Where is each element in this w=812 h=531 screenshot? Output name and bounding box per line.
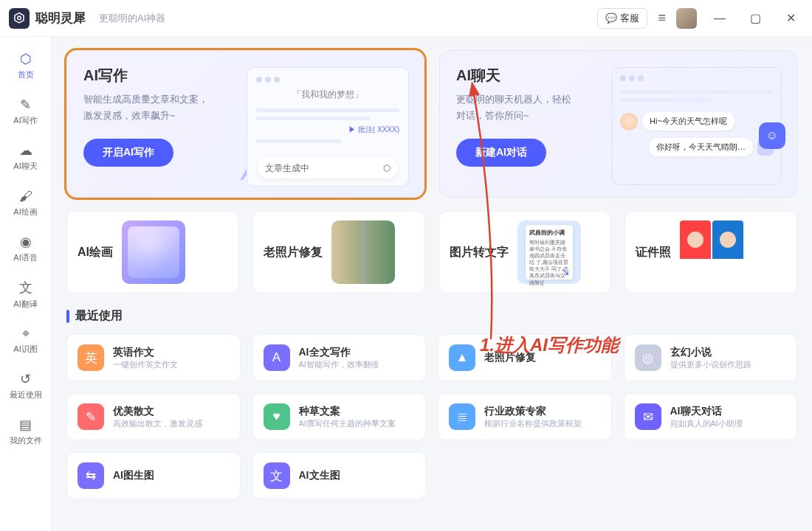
sidebar-label: 我的文件 <box>10 435 42 446</box>
feature-card-write[interactable]: AI写作 智能生成高质量文章和文案， 激发灵感，效率飙升~ 开启AI写作 AI … <box>66 50 424 198</box>
tile-title: AI绘画 <box>78 245 113 260</box>
chat-icon: ☁ <box>19 142 32 159</box>
sidebar-label: 最近使用 <box>10 389 42 400</box>
recent-grid: 英 英语作文一键创作英文作文 A AI全文写作AI智能写作，效率翻倍 ▲ 老照片… <box>66 334 797 499</box>
sidebar-label: AI翻译 <box>13 299 37 310</box>
scan-icon: ⌖ <box>22 326 30 341</box>
tile-paint-image <box>122 221 185 284</box>
sidebar-item-scan[interactable]: ⌖ AI识图 <box>5 320 47 360</box>
sidebar-label: AI识图 <box>13 344 37 355</box>
recent-icon: ✉ <box>635 403 661 430</box>
recent-item[interactable]: ✉ AI聊天对话宛如真人的AI小助理 <box>624 393 798 440</box>
recent-icon: 英 <box>78 344 104 371</box>
sidebar-item-translate[interactable]: 文 AI翻译 <box>5 274 47 314</box>
app-logo-icon <box>9 8 30 29</box>
voice-icon: ◉ <box>20 234 32 250</box>
tile-title: 证件照 <box>636 245 671 260</box>
chat-bubble-in: Hi~今天的天气怎样呢 <box>642 112 734 131</box>
sidebar-label: AI聊天 <box>13 161 37 172</box>
recent-icon: ⇆ <box>78 462 104 489</box>
recent-icon: ✎ <box>78 403 104 430</box>
sidebar-item-home[interactable]: ⬡ 首页 <box>5 46 47 86</box>
svg-point-0 <box>18 16 21 20</box>
history-icon: ↺ <box>20 371 31 387</box>
tile-ocr[interactable]: 图片转文字 武昌街的小调 有时候到重庆路菜书总会 不自觉地跟武昌街走去 结 了,… <box>438 211 611 294</box>
sidebar-label: AI写作 <box>13 115 37 126</box>
start-write-button[interactable]: 开启AI写作 <box>83 139 173 167</box>
tile-restore[interactable]: 老照片修复 <box>252 211 425 294</box>
doc-title: 「我和我的梦想」 <box>256 88 399 101</box>
titlebar: 聪明灵犀 更聪明的AI神器 💬 客服 ≡ — ▢ ✕ <box>0 0 812 37</box>
recent-icon: ▲ <box>449 344 475 371</box>
tile-restore-image <box>331 221 395 284</box>
chat-fab-icon: ☺ <box>759 122 785 149</box>
main-content: AI写作 智能生成高质量文章和文案， 激发灵感，效率飙升~ 开启AI写作 AI … <box>52 37 812 531</box>
recent-item[interactable]: ▲ 老照片修复 <box>438 334 612 381</box>
arrow-icon: ↘ <box>561 266 570 277</box>
tile-paint[interactable]: AI绘画 <box>66 211 239 294</box>
feature-chat-desc: 更聪明的聊天机器人，轻松 对话，答你所问~ <box>456 91 604 124</box>
translate-icon: 文 <box>19 279 32 296</box>
brush-icon: 🖌 <box>19 189 32 204</box>
minimize-button[interactable]: — <box>707 12 732 25</box>
home-icon: ⬡ <box>20 51 32 67</box>
support-label: 客服 <box>620 12 639 25</box>
sidebar-item-paint[interactable]: 🖌 AI绘画 <box>5 183 47 223</box>
support-button[interactable]: 💬 客服 <box>597 8 647 29</box>
recent-item[interactable]: ◎ 玄幻小说提供更多小说创作思路 <box>624 334 798 381</box>
doc-status: 文章生成中 ⬡ <box>258 158 398 178</box>
app-logo: 聪明灵犀 更聪明的AI神器 <box>9 8 165 29</box>
sidebar-label: AI语音 <box>13 252 37 263</box>
sidebar-item-write[interactable]: ✎ AI写作 <box>5 91 47 131</box>
recent-item[interactable]: ♥ 种草文案AI撰写任何主题的种草文案 <box>252 393 427 440</box>
recent-icon: 文 <box>264 462 290 489</box>
tile-title: 老照片修复 <box>264 245 323 260</box>
tile-ocr-image: 武昌街的小调 有时候到重庆路菜书总会 不自觉地跟武昌街走去 结 了,露出现在晨街… <box>517 221 581 284</box>
sidebar-item-recent[interactable]: ↺ 最近使用 <box>5 366 47 406</box>
section-recent-header: 最近使用 <box>66 308 797 324</box>
recent-item[interactable]: A AI全文写作AI智能写作，效率翻倍 <box>252 334 427 381</box>
sidebar-item-chat[interactable]: ☁ AI聊天 <box>5 137 47 177</box>
sidebar-label: AI绘画 <box>13 206 37 218</box>
sidebar-item-files[interactable]: ▤ 我的文件 <box>5 412 47 451</box>
chat-avatar-icon <box>620 113 638 131</box>
recent-item[interactable]: ⇆ AI图生图 <box>66 452 241 499</box>
tile-title: 图片转文字 <box>450 245 509 260</box>
sidebar-label: 首页 <box>18 69 34 80</box>
recent-icon: ◎ <box>635 344 661 371</box>
menu-icon[interactable]: ≡ <box>658 10 666 26</box>
logo-small-icon: ⬡ <box>383 163 390 173</box>
sidebar: ⬡ 首页 ✎ AI写作 ☁ AI聊天 🖌 AI绘画 ◉ AI语音 文 AI翻译 … <box>0 37 52 531</box>
files-icon: ▤ <box>19 417 32 433</box>
feature-write-desc: 智能生成高质量文章和文案， 激发灵感，效率飙升~ <box>83 91 231 124</box>
recent-item[interactable]: 英 英语作文一键创作英文作文 <box>66 334 241 381</box>
sidebar-item-voice[interactable]: ◉ AI语音 <box>5 229 47 268</box>
recent-icon: ≣ <box>449 403 475 430</box>
close-button[interactable]: ✕ <box>778 11 803 25</box>
recent-icon: ♥ <box>264 403 290 430</box>
recent-icon: A <box>264 344 290 371</box>
doc-pizhu: ▶ 批注( XXXX) <box>256 125 399 135</box>
new-chat-button[interactable]: 新建AI对话 <box>456 139 546 167</box>
maximize-button[interactable]: ▢ <box>743 11 768 25</box>
doc-preview: 「我和我的梦想」 ▶ 批注( XXXX) 文章生成中 ⬡ <box>247 67 409 187</box>
chat-bubble-out: 你好呀，今天天气晴朗… <box>649 138 753 156</box>
feature-card-chat[interactable]: AI聊天 更聪明的聊天机器人，轻松 对话，答你所问~ 新建AI对话 Hi~今天的… <box>439 50 797 198</box>
pen-icon: ✎ <box>20 97 31 113</box>
app-tagline: 更聪明的AI神器 <box>99 12 165 25</box>
user-avatar[interactable] <box>676 8 697 29</box>
chat-icon: 💬 <box>605 13 617 24</box>
tile-idphoto[interactable]: 证件照 <box>625 211 797 294</box>
recent-item[interactable]: ✎ 优美散文高效输出散文，激发灵感 <box>66 393 241 440</box>
chat-preview: Hi~今天的天气怎样呢 你好呀，今天天气晴朗… ☺ <box>612 67 782 185</box>
app-name: 聪明灵犀 <box>35 10 86 27</box>
tile-idphoto-image <box>680 221 743 284</box>
recent-item[interactable]: ≣ 行业政策专家根据行业名称提供政策框架 <box>438 393 612 440</box>
recent-item[interactable]: 文 AI文生图 <box>252 452 427 499</box>
